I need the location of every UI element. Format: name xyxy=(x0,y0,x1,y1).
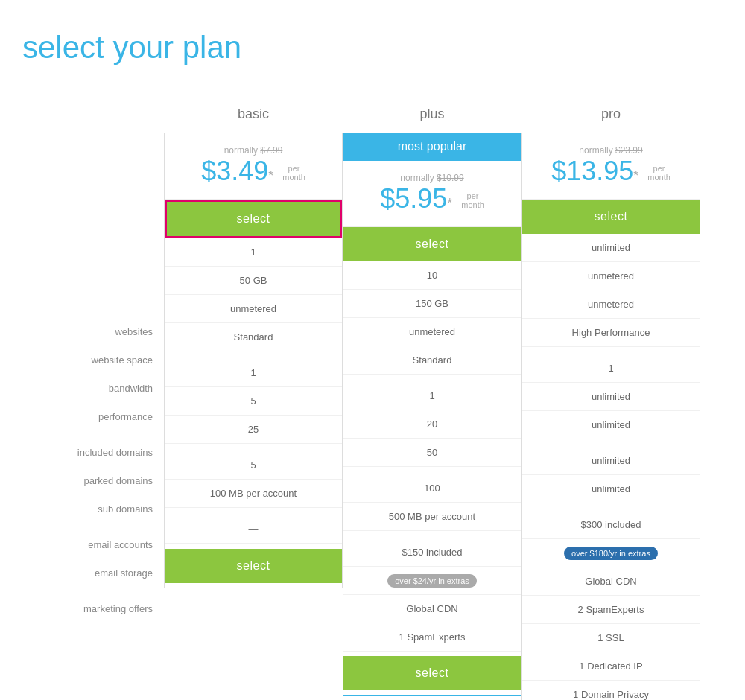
plus-extra-cdn: Global CDN xyxy=(343,595,521,623)
page-title: select your plan xyxy=(22,30,723,66)
pro-extra-domain-privacy: 1 Domain Privacy xyxy=(522,681,700,700)
pro-features: unlimited unmetered unmetered High Perfo… xyxy=(522,234,700,700)
plus-normally: normally $10.99 xyxy=(351,173,513,183)
basic-plan-name: basic xyxy=(164,95,343,133)
pro-parked-domains: unlimited xyxy=(522,383,700,411)
plans-wrapper: websites website space bandwidth perform… xyxy=(22,95,723,700)
pro-website-space: unmetered xyxy=(522,262,700,290)
pro-marketing-offers: $300 included xyxy=(522,511,700,539)
plus-website-space: 150 GB xyxy=(343,290,521,318)
pro-performance: High Performance xyxy=(522,319,700,347)
basic-email-storage: 100 MB per account xyxy=(165,480,342,508)
pro-extra-cdn: Global CDN xyxy=(522,567,700,596)
label-email-storage: email storage xyxy=(45,559,153,587)
plus-price: $5.95* xyxy=(380,183,460,214)
pro-bandwidth: unmetered xyxy=(522,290,700,319)
pro-sub-domains: unlimited xyxy=(522,411,700,439)
basic-marketing-offers: — xyxy=(165,515,342,544)
label-parked-domains: parked domains xyxy=(45,466,153,494)
pro-price: $13.95* xyxy=(551,156,646,186)
pro-select-button[interactable]: select xyxy=(522,200,700,234)
pro-extra-dedicated-ip: 1 Dedicated IP xyxy=(522,652,700,681)
plus-bottom-select-row: select xyxy=(343,652,521,695)
plan-plus: plus most popular normally $10.99 $5.95*… xyxy=(343,95,522,696)
pro-normally: normally $23.99 xyxy=(530,145,692,156)
plus-marketing-offers: $150 included xyxy=(343,538,521,567)
basic-bottom-select-button[interactable]: select xyxy=(165,549,342,583)
plus-email-storage: 500 MB per account xyxy=(343,503,521,531)
label-website-space: website space xyxy=(45,346,153,374)
plus-included-domains: 1 xyxy=(343,382,521,410)
basic-bandwidth: unmetered xyxy=(165,295,342,323)
label-bandwidth: bandwidth xyxy=(45,374,153,402)
basic-price: $3.49* xyxy=(201,156,281,186)
basic-price-area: normally $7.99 $3.49* permonth xyxy=(165,133,342,200)
plus-features: 10 150 GB unmetered Standard 1 20 50 100… xyxy=(343,261,521,695)
plus-sub-domains: 50 xyxy=(343,439,521,467)
basic-select-wrapper: select xyxy=(165,200,342,238)
plus-extras-badge: over $24/yr in extras xyxy=(387,574,477,588)
plus-plan-name: plus xyxy=(343,95,522,133)
pro-included-domains: 1 xyxy=(522,354,700,383)
plus-price-area: normally $10.99 $5.95* permonth xyxy=(343,161,521,227)
plus-bandwidth: unmetered xyxy=(343,318,521,346)
basic-performance: Standard xyxy=(165,323,342,351)
plan-pro: pro normally $23.99 $13.95* permonth sel… xyxy=(522,95,700,700)
basic-included-domains: 1 xyxy=(165,359,342,387)
plus-per-month: permonth xyxy=(461,191,484,209)
basic-per-month: permonth xyxy=(282,164,305,182)
plus-select-button[interactable]: select xyxy=(343,227,521,261)
pro-plan-name: pro xyxy=(522,95,700,133)
basic-plan-box: normally $7.99 $3.49* permonth select 1 … xyxy=(164,133,343,588)
pro-plan-box: normally $23.99 $13.95* permonth select … xyxy=(522,133,700,700)
plus-email-accounts: 100 xyxy=(343,474,521,503)
pro-email-accounts: unlimited xyxy=(522,447,700,475)
plus-extras-badge-row: over $24/yr in extras xyxy=(343,567,521,595)
plus-parked-domains: 20 xyxy=(343,410,521,439)
pro-email-storage: unlimited xyxy=(522,475,700,503)
plus-extra-spam: 1 SpamExperts xyxy=(343,623,521,652)
pro-extra-spam: 2 SpamExperts xyxy=(522,596,700,624)
label-included-domains: included domains xyxy=(45,438,153,466)
plus-websites: 10 xyxy=(343,261,521,290)
pro-extra-ssl: 1 SSL xyxy=(522,624,700,652)
basic-parked-domains: 5 xyxy=(165,387,342,416)
pro-extras-badge: over $180/yr in extras xyxy=(564,547,658,560)
plus-bottom-select-button[interactable]: select xyxy=(343,656,521,690)
labels-column: websites website space bandwidth perform… xyxy=(45,95,164,623)
plus-badge: most popular xyxy=(343,133,522,161)
label-marketing-offers: marketing offers xyxy=(45,594,153,623)
basic-website-space: 50 GB xyxy=(165,267,342,295)
pro-websites: unlimited xyxy=(522,234,700,262)
basic-sub-domains: 25 xyxy=(165,416,342,444)
basic-select-button[interactable]: select xyxy=(167,202,340,236)
pro-price-area: normally $23.99 $13.95* permonth xyxy=(522,133,700,200)
basic-email-accounts: 5 xyxy=(165,451,342,480)
basic-websites: 1 xyxy=(165,238,342,267)
label-sub-domains: sub domains xyxy=(45,494,153,523)
plan-basic: basic normally $7.99 $3.49* permonth sel… xyxy=(164,95,343,588)
pro-extras-badge-row: over $180/yr in extras xyxy=(522,539,700,567)
basic-normally: normally $7.99 xyxy=(172,145,335,156)
pro-per-month: permonth xyxy=(647,164,670,182)
label-websites: websites xyxy=(45,317,153,346)
label-email-accounts: email accounts xyxy=(45,530,153,559)
basic-bottom-select-row: select xyxy=(165,544,342,588)
plus-plan-box: normally $10.99 $5.95* permonth select 1… xyxy=(343,161,522,696)
label-performance: performance xyxy=(45,402,153,430)
plus-performance: Standard xyxy=(343,346,521,375)
basic-features: 1 50 GB unmetered Standard 1 5 25 5 100 … xyxy=(165,238,342,588)
